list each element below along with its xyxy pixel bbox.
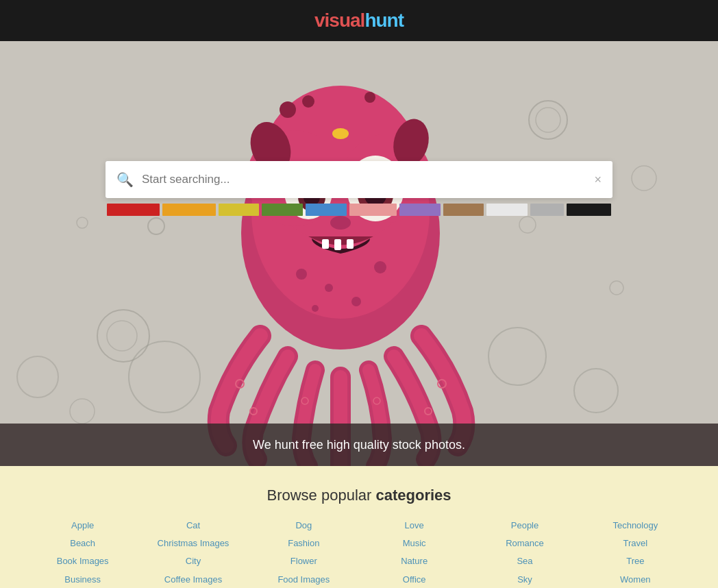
category-link[interactable]: Business [64,574,101,586]
svg-point-48 [332,128,349,139]
category-col-4: LoveMusicNatureOfficeParty Images [359,519,469,588]
logo-hunt-text: hunt [364,10,404,31]
category-col-3: DogFashionFlowerFood ImagesHappy [249,519,359,588]
category-link[interactable]: Beach [70,537,95,550]
color-swatch-brown[interactable] [443,204,484,216]
svg-point-23 [302,95,314,108]
category-link[interactable]: Fashion [288,537,319,550]
category-link[interactable]: Music [403,537,426,550]
category-link[interactable]: Book Images [57,555,109,567]
header: visualhunt [0,0,718,41]
color-swatch-green[interactable] [262,204,303,216]
category-col-1: AppleBeachBook ImagesBusinessCar [27,519,138,588]
category-link[interactable]: Food Images [277,574,330,586]
browse-title-bold: categories [375,487,451,504]
category-col-6: TechnologyTravelTreeWomenWork [580,519,691,588]
categories-grid: AppleBeachBook ImagesBusinessCarCatChris… [27,519,691,588]
category-link[interactable]: People [511,519,538,532]
category-link[interactable]: Dog [295,519,312,532]
svg-rect-36 [347,239,354,249]
category-link[interactable]: Sea [517,555,532,567]
category-link[interactable]: Travel [623,537,648,550]
svg-point-40 [351,297,361,306]
svg-point-24 [364,92,375,103]
color-swatch-pink[interactable] [349,204,397,216]
svg-point-41 [312,305,319,312]
svg-point-37 [296,269,307,280]
svg-rect-34 [322,239,329,249]
category-link[interactable]: Cat [186,519,200,532]
svg-point-39 [325,284,333,292]
svg-point-38 [374,261,386,273]
category-link[interactable]: Flower [290,555,317,567]
background-decoration [0,41,718,466]
category-link[interactable]: Christmas Images [158,537,230,550]
category-col-2: CatChristmas ImagesCityCoffee ImagesComp… [138,519,248,588]
hero-section: 🔍 × We hunt free high quality stock phot… [0,41,718,466]
browse-section: Browse popular categories AppleBeachBook… [0,466,718,588]
tagline-banner: We hunt free high quality stock photos. [0,424,718,466]
svg-rect-35 [334,239,341,250]
svg-point-33 [330,216,351,230]
browse-title: Browse popular categories [27,487,691,504]
color-swatch-yellow[interactable] [219,204,260,216]
category-link[interactable]: Women [620,574,651,586]
color-swatch-black[interactable] [567,204,611,216]
category-link[interactable]: Tree [626,555,644,567]
logo-visual-text: visual [314,10,364,31]
logo[interactable]: visualhunt [314,10,404,32]
color-swatch-blue[interactable] [306,204,347,216]
category-link[interactable]: City [186,555,201,567]
search-box: 🔍 × [106,161,612,198]
color-swatch-orange[interactable] [162,204,215,216]
color-swatch-red[interactable] [107,204,160,216]
clear-icon[interactable]: × [594,173,602,187]
tagline-text: We hunt free high quality stock photos. [253,438,465,452]
category-link[interactable]: Apple [71,519,94,532]
category-col-5: PeopleRomanceSeaSkySnow [469,519,580,588]
category-link[interactable]: Romance [506,537,544,550]
browse-title-plain: Browse popular [267,487,371,504]
color-swatch-white[interactable] [486,204,528,216]
category-link[interactable]: Sky [517,574,532,586]
color-swatch-purple[interactable] [399,204,441,216]
search-area: 🔍 × [106,161,612,216]
category-link[interactable]: Technology [612,519,658,532]
category-link[interactable]: Coffee Images [164,574,222,586]
category-link[interactable]: Love [405,519,424,532]
svg-point-22 [280,101,296,118]
color-swatches [106,204,612,216]
category-link[interactable]: Nature [401,555,428,567]
search-input[interactable] [142,173,594,186]
search-icon: 🔍 [116,171,134,188]
category-link[interactable]: Office [403,574,426,586]
color-swatch-gray[interactable] [530,204,565,216]
